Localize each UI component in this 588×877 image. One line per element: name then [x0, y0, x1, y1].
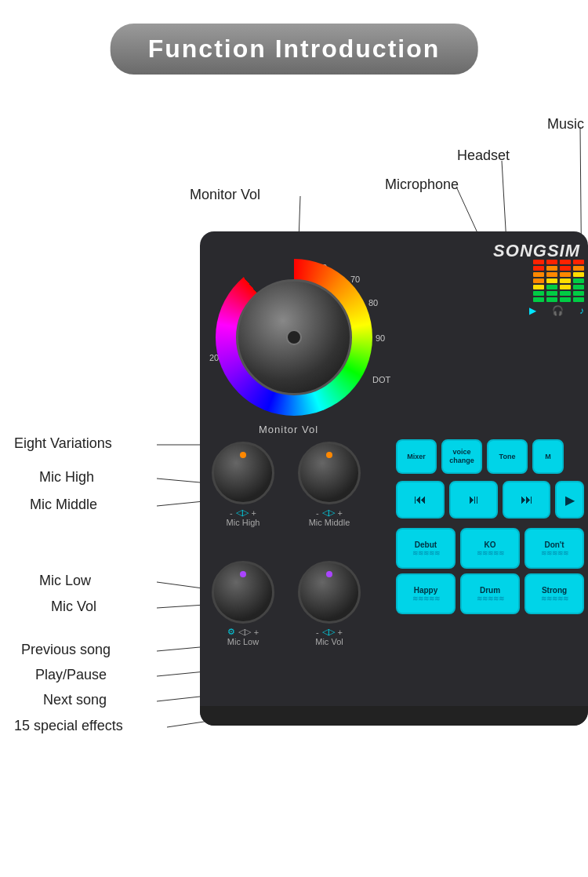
m-button[interactable]: M: [532, 439, 564, 474]
mic-low-icon: ⚙: [227, 627, 235, 637]
mic-high-arrows: ◁▷: [236, 508, 249, 518]
vu-bar: [546, 291, 557, 296]
mic-middle-label: Mic Middle: [309, 518, 350, 527]
vu-bar: [546, 278, 557, 283]
vu-col-3: [560, 260, 571, 302]
dont-waves: ≋≋≋≋≋: [541, 549, 568, 557]
prev-button[interactable]: ⏮: [396, 481, 445, 519]
knob-rainbow-ring[interactable]: [216, 259, 372, 416]
vu-bar: [560, 291, 571, 296]
mic-vol-label-row: - ◁▷ +: [316, 627, 343, 637]
tone-label: Tone: [499, 453, 516, 461]
vu-bar: [533, 272, 544, 277]
mic-middle-knob-wrap: - ◁▷ + Mic Middle: [298, 442, 361, 527]
play-pause-button[interactable]: ⏯: [449, 481, 498, 519]
m-label: M: [545, 453, 551, 461]
effect-debut[interactable]: Debut ≋≋≋≋≋: [396, 528, 456, 569]
drum-waves: ≋≋≋≋≋: [477, 595, 504, 602]
voice-change-button[interactable]: voicechange: [441, 439, 482, 474]
label-microphone: Microphone: [385, 176, 459, 193]
mic-high-knob-wrap: - ◁▷ + Mic High: [212, 442, 274, 527]
mic-low-minus: ◁▷: [238, 627, 251, 637]
strong-waves: ≋≋≋≋≋: [541, 595, 568, 602]
vu-bar: [533, 278, 544, 283]
vu-bar: [573, 285, 584, 289]
vu-bar: [546, 272, 557, 277]
mixer-button[interactable]: Mixer: [396, 439, 437, 474]
label-mic-middle: Mic Middle: [30, 497, 97, 513]
mic-vol-arrows: ◁▷: [322, 627, 335, 637]
monitor-vol-text: Monitor Vol: [259, 424, 318, 435]
vu-bar: [573, 260, 584, 264]
mic-vol-knob[interactable]: [298, 561, 361, 624]
happy-label: Happy: [414, 586, 438, 595]
vu-bar: [560, 285, 571, 289]
monitor-vol-knob-area[interactable]: 20 30 40 50 60 70 80 90 DOT Monitor Vol: [216, 259, 388, 431]
mic-vol-knob-wrap: - ◁▷ + Mic Vol: [298, 561, 361, 646]
vu-bars: [533, 260, 584, 302]
effect-happy[interactable]: Happy ≋≋≋≋≋: [396, 573, 456, 614]
scale-dot: DOT: [372, 375, 390, 384]
effect-drum[interactable]: Drum ≋≋≋≋≋: [460, 573, 520, 614]
label-music: Music: [547, 116, 584, 133]
next-button[interactable]: ⏭: [503, 481, 551, 519]
vu-play-icon: ▶: [529, 305, 536, 316]
playback-row: ⏮ ⏯ ⏭ ▶: [396, 481, 584, 519]
vu-bar: [560, 260, 571, 264]
mic-vol-dot: [326, 571, 332, 577]
vu-bar: [546, 266, 557, 271]
voice-change-label: voicechange: [449, 448, 474, 465]
vu-music-icon: ♪: [579, 305, 584, 316]
mic-middle-dot: [326, 452, 332, 458]
mic-middle-label-row: - ◁▷ +: [316, 508, 343, 518]
drum-label: Drum: [480, 586, 500, 595]
mic-high-knob[interactable]: [212, 442, 274, 504]
vu-bar: [573, 266, 584, 271]
debut-label: Debut: [415, 540, 437, 549]
vu-bar: [560, 266, 571, 271]
scale-80: 80: [368, 298, 378, 307]
effect-strong[interactable]: Strong ≋≋≋≋≋: [524, 573, 584, 614]
device-bottom: [200, 706, 588, 726]
mic-low-knob-wrap: ⚙ ◁▷ + Mic Low: [212, 561, 274, 646]
vu-bar: [573, 291, 584, 296]
label-next-song: Next song: [43, 692, 107, 708]
small-knobs-row2: ⚙ ◁▷ + Mic Low - ◁▷ + Mic Vol: [212, 561, 361, 646]
vu-bar: [573, 278, 584, 283]
mic-high-label-row: - ◁▷ +: [230, 508, 256, 518]
device-body: SONGSIM: [200, 231, 588, 726]
func-buttons-row: Mixer voicechange Tone M: [396, 439, 584, 474]
vu-icons-row: ▶ 🎧 ♪: [525, 305, 584, 316]
vu-bar: [560, 297, 571, 302]
mic-low-dot: [240, 571, 246, 577]
knob-inner[interactable]: [236, 279, 352, 395]
vu-bar: [560, 278, 571, 283]
effect-ko[interactable]: KO ≋≋≋≋≋: [460, 528, 520, 569]
mic-low-label: Mic Low: [227, 637, 259, 646]
vu-bar: [573, 272, 584, 277]
label-eight-variations: Eight Variations: [14, 435, 112, 452]
ko-waves: ≋≋≋≋≋: [477, 549, 504, 557]
mic-low-plus: +: [254, 628, 259, 637]
vu-bar: [533, 297, 544, 302]
scale-90: 90: [376, 333, 385, 343]
extra-icon: ▶: [565, 493, 575, 508]
vu-bar: [533, 266, 544, 271]
tone-button[interactable]: Tone: [487, 439, 528, 474]
mic-low-knob[interactable]: [212, 561, 274, 624]
scale-70: 70: [350, 275, 360, 284]
vu-bar: [560, 272, 571, 277]
small-knobs-row1: - ◁▷ + Mic High - ◁▷ + Mic Middle: [212, 442, 361, 527]
label-mic-vol: Mic Vol: [51, 599, 96, 615]
label-mic-high: Mic High: [39, 469, 94, 486]
next-icon: ⏭: [521, 493, 533, 507]
mixer-label: Mixer: [407, 453, 426, 461]
extra-play-button[interactable]: ▶: [555, 481, 584, 519]
effect-dont[interactable]: Don't ≋≋≋≋≋: [524, 528, 584, 569]
mic-middle-knob[interactable]: [298, 442, 361, 504]
mic-middle-minus: -: [316, 508, 319, 518]
prev-icon: ⏮: [414, 493, 426, 507]
page-title: Function Introduction: [148, 35, 441, 64]
label-headset: Headset: [457, 147, 510, 164]
mic-high-label: Mic High: [227, 518, 260, 527]
